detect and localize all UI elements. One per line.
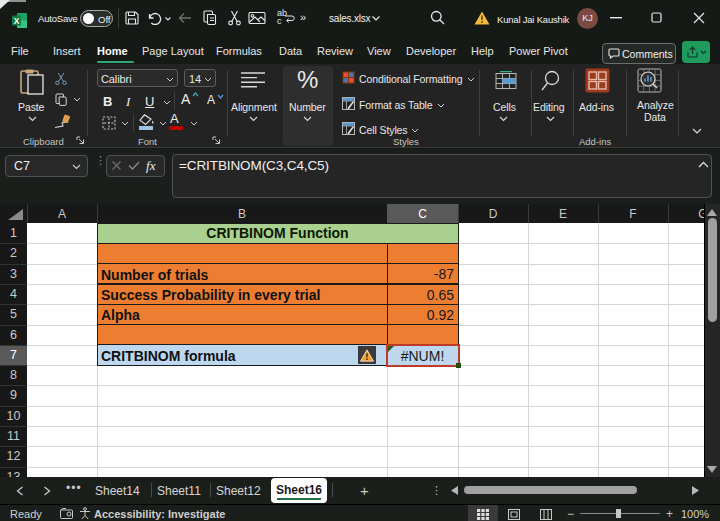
svg-text:X: X xyxy=(14,16,20,26)
